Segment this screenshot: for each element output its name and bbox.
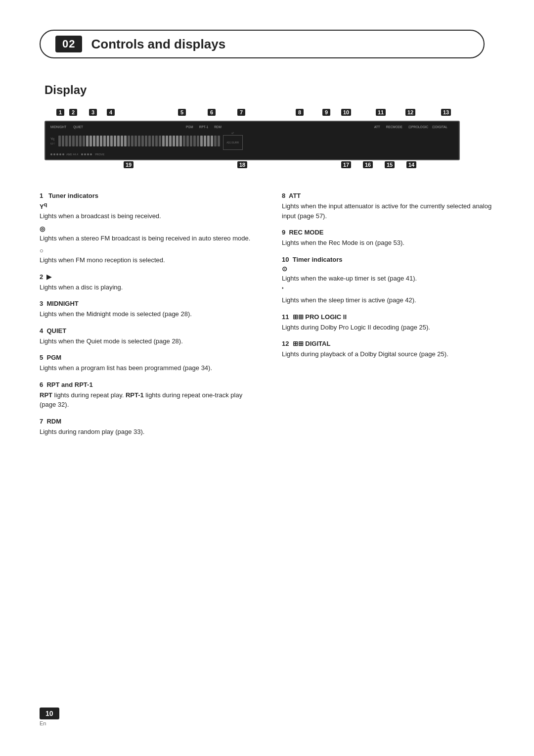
item-5: 5 PGM Lights when a program list has bee… — [40, 354, 252, 373]
item-9: 9 REC MODE Lights when the Rec Mode is o… — [282, 229, 494, 248]
dot-3 — [56, 153, 58, 155]
bar-39 — [190, 136, 192, 146]
bar-27 — [148, 136, 151, 146]
bar-8 — [83, 136, 85, 146]
item-11: 11 ⊞⊞ PRO LOGIC II Lights during Dolby P… — [282, 313, 494, 332]
bar-44 — [207, 136, 210, 146]
item-2-header: 2 ▶ — [40, 273, 252, 281]
bar-14 — [103, 136, 106, 146]
item-1-sub-mono: ○ Lights when FM mono reception is selec… — [40, 247, 252, 265]
bar-5 — [72, 136, 75, 146]
label-quiet: QUIET — [73, 125, 83, 129]
num-label-8: 8 — [296, 109, 304, 116]
page-number: 10 — [40, 708, 59, 719]
bar-32 — [166, 136, 168, 146]
bar-36 — [179, 136, 182, 146]
left-column: 1 1 Tuner indicators Tuner indicators Yq… — [40, 192, 252, 444]
label-rpt1: RPT-1 — [199, 125, 208, 129]
bar-29 — [155, 136, 158, 146]
label-pgm: PGM — [186, 125, 193, 129]
num-label-2: 2 — [69, 109, 77, 116]
bottom-number-labels: 19 18 17 16 15 14 — [44, 161, 460, 172]
bar-46 — [214, 136, 217, 146]
item-2: 2 ▶ Lights when a disc is playing. — [40, 273, 252, 292]
dot-8 — [87, 153, 89, 155]
item-3: 3 MIDNIGHT Lights when the Midnight mode… — [40, 300, 252, 319]
num-label-12: 12 — [405, 109, 415, 116]
display-labels-row: MIDNIGHT QUIET PGM RPT-1 RDM ATT RECMODE… — [50, 125, 454, 129]
num-label-1: 1 — [56, 109, 64, 116]
item-12-header: 12 ⊞⊞ DIGITAL — [282, 340, 494, 347]
item-10-sub-sleep: ʾ Lights when the sleep timer is active … — [282, 287, 494, 305]
item-12: 12 ⊞⊞ DIGITAL Lights during playback of … — [282, 340, 494, 359]
display-diagram: 1 2 3 4 5 6 7 8 9 10 11 12 13 MIDNIGHT Q… — [44, 109, 460, 172]
item-1-sub-stereo: ◎ Lights when a stereo FM broadcast is b… — [40, 225, 252, 243]
footer: 10 En — [40, 708, 59, 726]
chapter-number: 02 — [55, 36, 82, 52]
num-label-13: 13 — [441, 109, 451, 116]
item-1-sub-yq: Yq Lights when a broadcast is being rece… — [40, 201, 252, 221]
num-label-19: 19 — [124, 161, 134, 168]
display-panel: MIDNIGHT QUIET PGM RPT-1 RDM ATT RECMODE… — [44, 121, 460, 160]
dot-2 — [53, 153, 55, 155]
item-4: 4 QUIET Lights when the Quiet mode is se… — [40, 327, 252, 346]
display-panel-inner: MIDNIGHT QUIET PGM RPT-1 RDM ATT RECMODE… — [50, 124, 454, 157]
bar-17 — [114, 136, 116, 146]
num-label-3: 3 — [89, 109, 97, 116]
bar-20 — [124, 136, 127, 146]
dot-5 — [62, 153, 64, 155]
bar-12 — [96, 136, 99, 146]
num-label-4: 4 — [107, 109, 115, 116]
bar-10 — [89, 136, 92, 146]
item-4-header: 4 QUIET — [40, 327, 252, 334]
bar-34 — [173, 136, 175, 146]
bar-6 — [76, 136, 78, 146]
dot-6 — [81, 153, 83, 155]
item-11-header: 11 ⊞⊞ PRO LOGIC II — [282, 313, 494, 321]
bar-18 — [117, 136, 120, 146]
label-midnight: MIDNIGHT — [50, 125, 66, 129]
item-10-header: 10 Timer indicators — [282, 256, 494, 263]
content-columns: 1 1 Tuner indicators Tuner indicators Yq… — [40, 192, 494, 444]
num-label-14: 14 — [406, 161, 416, 168]
bar-42 — [200, 136, 203, 146]
num-label-11: 11 — [376, 109, 386, 116]
bar-38 — [186, 136, 189, 146]
item-5-header: 5 PGM — [40, 354, 252, 361]
item-6-header: 6 RPT and RPT-1 — [40, 381, 252, 388]
label-rdm: RDM — [214, 125, 222, 129]
display-bars-row: Yq ω○ — [50, 132, 454, 150]
item-8-header: 8 ATT — [282, 192, 494, 199]
item-6: 6 RPT and RPT-1 RPT lights during repeat… — [40, 381, 252, 410]
bar-13 — [100, 136, 102, 146]
right-column: 8 ATT Lights when the input attenuator i… — [282, 192, 494, 444]
bar-9 — [86, 136, 89, 146]
bar-11 — [93, 136, 95, 146]
bar-23 — [134, 136, 137, 146]
num-label-9: 9 — [322, 109, 330, 116]
num-label-7: 7 — [237, 109, 245, 116]
display-dots-row: AME 44.4 PROVE — [50, 153, 454, 156]
item-3-header: 3 MIDNIGHT — [40, 300, 252, 307]
item-1-header: 1 1 Tuner indicators Tuner indicators — [40, 192, 252, 199]
bar-22 — [131, 136, 134, 146]
label-digital: ⊡DIGITAL — [432, 125, 447, 129]
chapter-title: Controls and displays — [91, 37, 225, 52]
bar-40 — [193, 136, 196, 146]
bar-4 — [69, 136, 71, 146]
bar-33 — [169, 136, 172, 146]
chapter-header: 02 Controls and displays — [40, 30, 485, 58]
bar-41 — [197, 136, 199, 146]
item-9-header: 9 REC MODE — [282, 229, 494, 236]
bar-2 — [62, 136, 64, 146]
bar-21 — [128, 136, 130, 146]
dot-1 — [50, 153, 52, 155]
bar-16 — [110, 136, 113, 146]
num-label-15: 15 — [385, 161, 395, 168]
bar-28 — [152, 136, 154, 146]
num-label-10: 10 — [341, 109, 351, 116]
item-7-header: 7 RDM — [40, 418, 252, 425]
item-10-sub-wake: ⊙ Lights when the wake-up timer is set (… — [282, 265, 494, 284]
bar-19 — [121, 136, 123, 146]
page: 02 Controls and displays Display 1 2 3 4… — [0, 0, 534, 474]
